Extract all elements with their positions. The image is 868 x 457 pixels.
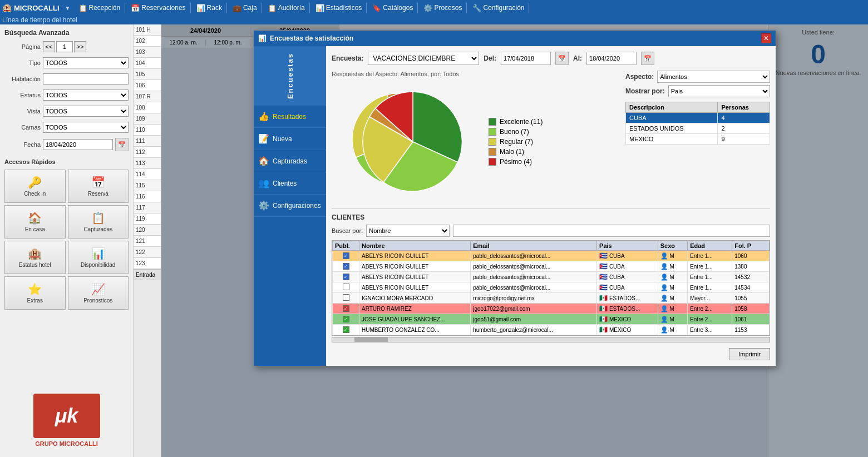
mostrar-select[interactable]: Pais (668, 85, 770, 97)
page-prev-btn[interactable]: << (43, 41, 55, 52)
stats-desc-eeuu: ESTADOS UNIDOS (626, 123, 718, 134)
quick-capturadas-btn[interactable]: 📋 Capturadas (68, 205, 129, 239)
extras-icon: ⭐ (28, 282, 42, 296)
modal-nav-resultados[interactable]: 👍 Resultados (254, 106, 326, 128)
room-item: 103 (134, 47, 161, 58)
page-number-input[interactable] (56, 41, 73, 52)
client-sexo-6: 👤 M (658, 304, 687, 314)
vista-select[interactable]: TODOS (43, 106, 129, 117)
publ-checkbox-8[interactable]: ✓ (343, 326, 349, 333)
habitacion-input[interactable] (43, 73, 129, 85)
scroll-thumb (354, 337, 388, 342)
modal-close-btn[interactable]: ✕ (761, 33, 771, 43)
room-item: 108 (134, 102, 161, 113)
reserva-icon: 📅 (91, 176, 105, 189)
legend-text-malo: Malo (1) (500, 148, 524, 156)
quick-disponibilidad-btn[interactable]: 📊 Disponibilidad (68, 241, 129, 274)
client-edad-8: Entre 3... (688, 325, 732, 335)
publ-checkbox-3[interactable]: ✓ (343, 274, 349, 280)
publ-checkbox-1[interactable]: ✓ (343, 252, 349, 259)
modal-nav-clientes[interactable]: 👥 Clientes (254, 172, 326, 195)
client-row-8[interactable]: ✓ HUMBERTO GONZALEZ CO... humberto_gonza… (333, 325, 770, 335)
publ-checkbox-2[interactable]: ✓ (343, 263, 349, 270)
publ-checkbox-7[interactable]: ✓ (343, 316, 349, 322)
al-date-btn[interactable]: 📅 (641, 52, 654, 65)
estadisticos-icon: 📊 (315, 4, 324, 12)
quick-extras-btn[interactable]: ⭐ Extras (4, 276, 66, 310)
estatus-label: Estatus (4, 92, 41, 98)
habitacion-label: Habitación (4, 76, 41, 82)
quick-reserva-btn[interactable]: 📅 Reserva (68, 170, 129, 203)
buscar-select[interactable]: Nombre (366, 225, 450, 237)
room-item: 101 H (134, 24, 161, 36)
horizontal-scrollbar[interactable] (332, 337, 770, 342)
client-email-4: pablo_delossantos@microcal... (471, 282, 597, 293)
quick-checkin-btn[interactable]: 🔑 Check in (4, 170, 66, 203)
modal-nav-nueva[interactable]: 📝 Nueva (254, 128, 326, 150)
tipo-select[interactable]: TODOS (43, 57, 129, 68)
nav-procesos[interactable]: ⚙️ Procesos (419, 3, 467, 13)
publ-checkbox-6[interactable]: ✓ (343, 305, 349, 312)
print-button[interactable]: Imprimir (729, 348, 770, 360)
client-row-6[interactable]: ✓ ARTURO RAMIREZ jgoo17022@gmail.com 🇲🇽 … (333, 304, 770, 314)
fecha-calendar-btn[interactable]: 📅 (115, 138, 129, 151)
stats-row-cuba[interactable]: CUBA 4 (626, 113, 770, 123)
publ-checkbox-4[interactable] (343, 284, 349, 290)
al-date-input[interactable] (586, 52, 637, 65)
client-row-7[interactable]: ✓ JOSE GUADALUPE SANCHEZ... jgoo51@gmail… (333, 314, 770, 325)
extras-label: Extras (27, 297, 43, 304)
encuesta-select[interactable]: VACACIONES DICIEMBRE (368, 52, 479, 65)
room-list: 101 H 102 103 104 105 106 107 R 108 109 … (134, 24, 161, 457)
nav-rack[interactable]: 📊 Rack (192, 3, 227, 13)
modal-body: Encuestas 👍 Resultados 📝 Nueva 🏠 C (254, 46, 776, 366)
camas-select[interactable]: TODOS (43, 122, 129, 133)
nav-recepcion[interactable]: 📋 Recepción (74, 3, 126, 13)
search-row: Buscar por: Nombre (332, 225, 770, 237)
page-next-btn[interactable]: >> (74, 41, 86, 52)
modal-nav-configuraciones[interactable]: ⚙️ Configuraciones (254, 195, 326, 217)
modal-nav-capturadas[interactable]: 🏠 Capturadas (254, 150, 326, 172)
nav-catalogos[interactable]: 🔖 Catálogos (368, 3, 418, 13)
nav-reservaciones[interactable]: 📅 Reservaciones (126, 3, 190, 13)
client-sexo-1: 👤 M (658, 251, 687, 261)
nav-estadisticos[interactable]: 📊 Estadísticos (311, 3, 367, 13)
client-row-4[interactable]: ABELYS RICOIN GUILLET pablo_delossantos@… (333, 282, 770, 293)
room-item: 105 (134, 69, 161, 80)
client-row-5[interactable]: IGNACIO MORA MERCADO microgo@prodigy.net… (333, 293, 770, 304)
logo-box: μk (33, 394, 100, 438)
legend-color-pesimo (489, 158, 496, 166)
configuracion-icon: 🔧 (472, 4, 481, 12)
client-edad-1: Entre 1... (688, 251, 732, 261)
publ-checkbox-5[interactable] (343, 294, 349, 301)
nav-caja[interactable]: 💼 Caja (228, 3, 262, 13)
chart-container: Respuestas del Aspecto: Alimentos, por: … (332, 71, 620, 203)
client-row-3[interactable]: ✓ ABELYS RICOIN GUILLET pablo_delossanto… (333, 272, 770, 282)
fecha-input[interactable] (43, 139, 113, 150)
tipo-label: Tipo (4, 59, 41, 66)
nav-configuracion[interactable]: 🔧 Configuración (468, 3, 529, 13)
estatus-select[interactable]: TODOS (43, 90, 129, 101)
stats-row-eeuu[interactable]: ESTADOS UNIDOS 2 (626, 123, 770, 134)
camas-label: Camas (4, 124, 41, 131)
capturadas-nav-icon: 🏠 (258, 156, 269, 166)
client-row-2[interactable]: ✓ ABELYS RICOIN GUILLET pablo_delossanto… (333, 261, 770, 272)
aspecto-select[interactable]: Alimentos (657, 71, 770, 83)
legend-color-regular (489, 138, 496, 146)
rack-icon: 📊 (196, 4, 205, 12)
aspecto-row: Aspecto: Alimentos (625, 71, 770, 83)
del-date-input[interactable] (501, 52, 551, 65)
pagination-row: Página << >> (4, 41, 129, 52)
mostrar-row: Mostrar por: Pais (625, 85, 770, 97)
client-row-1[interactable]: ✓ ABELYS RICOIN GUILLET pablo_delossanto… (333, 251, 770, 261)
quick-pronosticos-btn[interactable]: 📈 Pronosticos (68, 276, 129, 310)
del-date-btn[interactable]: 📅 (555, 52, 569, 65)
quick-estatus-btn[interactable]: 🏨 Estatus hotel (4, 241, 66, 274)
client-nombre-7: JOSE GUADALUPE SANCHEZ... (359, 314, 471, 325)
clients-table-wrapper[interactable]: Publ. Nombre Email Pais Sexo Edad Fol. P (332, 240, 770, 336)
quick-encasa-btn[interactable]: 🏠 En casa (4, 205, 66, 239)
buscar-input[interactable] (453, 225, 770, 237)
nav-auditoria[interactable]: 📋 Auditoría (263, 3, 310, 13)
client-edad-6: Entre 2... (688, 304, 732, 314)
clients-title: CLIENTES (332, 213, 770, 221)
stats-row-mexico[interactable]: MEXICO 9 (626, 134, 770, 145)
